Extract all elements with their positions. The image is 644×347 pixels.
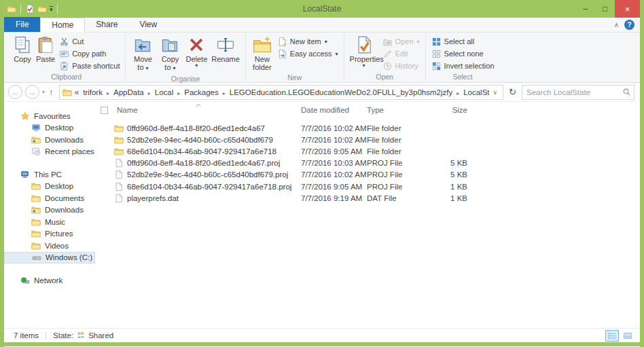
edit-button: Edit: [380, 48, 422, 60]
forward-button[interactable]: →: [25, 85, 39, 99]
tab-file[interactable]: File: [4, 17, 40, 32]
table-row[interactable]: 68e6d104-0b34-46ab-9047-929417a6e718.pro…: [95, 181, 640, 192]
large-icons-view-button[interactable]: [621, 330, 634, 342]
open-icon: [382, 37, 393, 47]
search-box: [522, 85, 634, 100]
column-header-name[interactable]: Name: [108, 106, 301, 114]
ribbon-divider: [425, 34, 426, 81]
sidebar-item-icon: [31, 123, 41, 132]
sidebar-item[interactable]: Downloads: [4, 204, 95, 217]
qat-divider: [20, 4, 21, 14]
properties-button[interactable]: Properties ▾: [348, 34, 380, 69]
cut-icon: [59, 37, 69, 47]
file-type-icon: [114, 194, 124, 203]
tab-home[interactable]: Home: [40, 18, 85, 33]
details-view-button[interactable]: [605, 330, 619, 342]
cut-button[interactable]: Cut: [57, 35, 122, 48]
breadcrumb-segment[interactable]: Packages: [183, 88, 228, 96]
address-dropdown-icon[interactable]: ∨: [489, 89, 502, 96]
table-row[interactable]: 0ffd960d-8eff-4a18-8f20-d6ed1edc4a67 7/7…: [95, 122, 640, 134]
search-input[interactable]: [526, 88, 622, 96]
copy-button[interactable]: Copy: [11, 34, 34, 65]
sidebar-item[interactable]: Music: [4, 216, 95, 228]
refresh-icon[interactable]: ↻: [509, 87, 516, 97]
address-bar[interactable]: « trifork AppData Local Packages LEGOEdu…: [59, 85, 504, 100]
select-all-checkbox[interactable]: [101, 107, 108, 114]
up-button[interactable]: ↑: [49, 87, 54, 97]
sidebar-item[interactable]: Desktop: [4, 181, 95, 193]
tab-share[interactable]: Share: [85, 17, 128, 32]
copy-path-button[interactable]: Copy path: [57, 48, 122, 60]
select-none-icon: [431, 49, 442, 59]
file-type: File folder: [367, 136, 436, 144]
file-name: playerprefs.dat: [127, 194, 179, 202]
breadcrumb-segment[interactable]: LocalState: [462, 88, 488, 96]
table-row[interactable]: 68e6d104-0b34-46ab-9047-929417a6e718 7/7…: [95, 145, 640, 157]
breadcrumb: trifork AppData Local Packages LEGOEduca…: [82, 88, 488, 96]
customize-qat-icon[interactable]: ▾: [50, 6, 53, 12]
breadcrumb-segment[interactable]: trifork: [82, 88, 112, 96]
maximize-button[interactable]: □: [595, 0, 615, 18]
search-icon[interactable]: [622, 88, 631, 96]
move-to-button[interactable]: Move to ▾: [129, 34, 156, 74]
table-row[interactable]: 52db2e9e-94ec-4d40-b60c-c65d40bdf679.pro…: [95, 169, 640, 181]
delete-button[interactable]: Delete ▾: [183, 34, 209, 69]
table-row[interactable]: 0ffd960d-8eff-4a18-8f20-d6ed1edc4a67.pro…: [95, 158, 640, 169]
ribbon-group-new: New folder New item ▾ Easy access ▾ New: [247, 33, 343, 82]
copy-to-button[interactable]: Copy to ▾: [156, 34, 183, 74]
paste-icon: [36, 35, 55, 54]
breadcrumb-segment[interactable]: AppData: [112, 88, 154, 96]
new-item-icon: [277, 37, 287, 47]
breadcrumb-overflow-icon[interactable]: «: [75, 88, 79, 97]
sidebar-group-network[interactable]: Network: [4, 274, 95, 287]
file-date-modified: 7/7/2016 9:05 AM: [301, 183, 367, 191]
dropdown-arrow-icon: ▾: [325, 39, 327, 45]
breadcrumb-segment[interactable]: LEGOEducation.LEGOEducationWeDo2.0FULL_b…: [228, 88, 462, 96]
select-all-button[interactable]: Select all: [429, 35, 497, 48]
easy-access-button[interactable]: Easy access ▾: [275, 48, 340, 60]
qat-divider: [57, 4, 58, 14]
move-to-icon: [133, 35, 152, 54]
sidebar-item[interactable]: Downloads: [4, 134, 95, 146]
new-folder-button[interactable]: New folder: [249, 34, 275, 73]
column-header-type[interactable]: Type: [367, 106, 436, 114]
properties-shortcut-icon[interactable]: [25, 4, 35, 14]
select-none-button[interactable]: Select none: [429, 48, 497, 60]
paste-shortcut-button[interactable]: Paste shortcut: [57, 60, 122, 72]
paste-button[interactable]: Paste: [34, 34, 57, 65]
new-folder-shortcut-icon[interactable]: [37, 4, 47, 14]
paste-shortcut-icon: [59, 61, 69, 71]
sidebar-item[interactable]: Windows (C:): [4, 252, 95, 264]
sidebar-item[interactable]: Pictures: [4, 228, 95, 240]
invert-selection-button[interactable]: Invert selection: [429, 60, 497, 72]
table-row[interactable]: 52db2e9e-94ec-4d40-b60c-c65d40bdf679 7/7…: [95, 134, 640, 145]
column-header-date-modified[interactable]: Date modified: [301, 106, 367, 114]
ribbon-divider: [245, 34, 246, 81]
back-button[interactable]: ←: [8, 85, 22, 99]
sidebar-group-favourites[interactable]: Favourites: [4, 110, 95, 122]
close-button[interactable]: ×: [615, 0, 640, 18]
sidebar-item[interactable]: Recent places: [4, 146, 95, 158]
dropdown-arrow-icon: ▾: [173, 65, 176, 71]
main-area: Favourites Desktop Downloads: [4, 102, 640, 328]
rename-button[interactable]: Rename: [209, 34, 242, 65]
sidebar-item[interactable]: Desktop: [4, 122, 95, 134]
help-icon[interactable]: ?: [624, 20, 634, 30]
minimize-button[interactable]: –: [575, 0, 595, 18]
file-date-modified: 7/7/2016 10:02 AM: [301, 136, 367, 144]
new-item-button[interactable]: New item ▾: [275, 35, 340, 48]
recent-locations-icon[interactable]: ▾: [42, 89, 45, 95]
breadcrumb-segment[interactable]: Local: [154, 88, 183, 96]
table-row[interactable]: playerprefs.dat 7/7/2016 9:19 AM DAT Fil…: [95, 192, 640, 204]
tab-view[interactable]: View: [128, 17, 168, 32]
sidebar-item-icon: [32, 253, 41, 262]
file-type-icon: [114, 135, 124, 145]
easy-access-icon: [277, 49, 287, 59]
column-header-size[interactable]: Size: [436, 106, 467, 114]
sidebar-item[interactable]: Documents: [4, 192, 95, 204]
copy-path-icon: [59, 49, 69, 59]
sidebar-item[interactable]: Videos: [4, 240, 95, 252]
sidebar-group-this-pc[interactable]: This PC: [4, 168, 95, 181]
collapse-ribbon-icon[interactable]: ∧: [614, 21, 619, 29]
dropdown-arrow-icon: ▾: [195, 63, 198, 68]
